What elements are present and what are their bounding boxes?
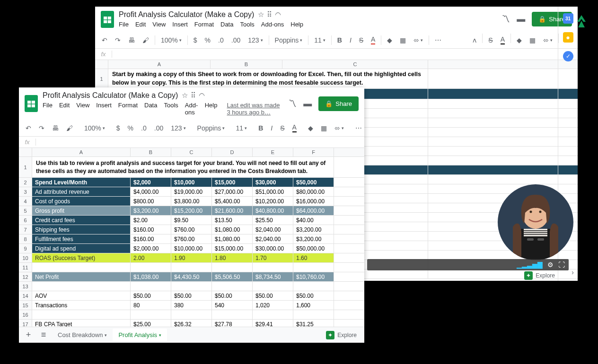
data-cell[interactable]: [212, 310, 253, 319]
collapse-icon[interactable]: ʌ: [470, 34, 479, 46]
col-header-c[interactable]: C: [282, 60, 428, 69]
last-edit-link[interactable]: Last edit was made 3 hours ago b…: [227, 102, 283, 116]
menu-data[interactable]: Data: [220, 21, 233, 28]
sheet-tab[interactable]: Cost Breakdown▾: [52, 329, 113, 341]
bold-icon[interactable]: B: [334, 35, 345, 46]
menu-format[interactable]: Format: [194, 21, 214, 28]
data-cell[interactable]: $3,800.00: [171, 197, 212, 206]
menu-tools[interactable]: Tools: [240, 21, 254, 28]
font-size-select[interactable]: 11: [233, 122, 250, 134]
merge-icon[interactable]: ⬄: [411, 35, 426, 46]
font-select[interactable]: Poppins: [272, 35, 306, 46]
data-cell[interactable]: $160.00: [131, 234, 171, 243]
document-title[interactable]: Profit Analysis Calculator (Make a Copy): [43, 91, 178, 100]
print-icon[interactable]: 🖶: [49, 122, 62, 134]
row-label-cell[interactable]: ROAS (Success Target): [32, 253, 131, 262]
paint-format-icon[interactable]: 🖌: [140, 35, 152, 46]
paint-format-icon[interactable]: 🖌: [63, 122, 76, 134]
row-label-cell[interactable]: Ad attributed revenue: [32, 187, 131, 196]
borders-icon-2[interactable]: ▦: [527, 34, 538, 46]
strikethrough-icon[interactable]: S: [356, 35, 366, 46]
more-icon[interactable]: ⋯: [352, 122, 365, 134]
move-icon[interactable]: ⠿: [191, 91, 196, 100]
row-label-cell[interactable]: Digital ad spend: [32, 244, 131, 253]
data-cell[interactable]: $10,760.00: [293, 272, 334, 281]
all-sheets-icon[interactable]: ≡: [37, 330, 50, 340]
data-cell[interactable]: $1,038.00: [131, 272, 171, 281]
zoom-select[interactable]: 100%: [158, 35, 185, 46]
signal-icon[interactable]: ▁▂▃▅▇: [517, 261, 543, 269]
activity-icon[interactable]: 〽: [501, 14, 510, 24]
data-cell[interactable]: [131, 282, 171, 291]
row-number[interactable]: 1: [95, 69, 108, 88]
data-cell[interactable]: $50.00: [212, 291, 253, 300]
data-cell[interactable]: $160.00: [131, 225, 171, 234]
star-icon[interactable]: ☆: [182, 91, 188, 100]
text-color-icon[interactable]: A: [368, 34, 378, 46]
fill-color-icon[interactable]: ◆: [305, 122, 316, 134]
decrease-decimal-icon[interactable]: .0: [138, 122, 150, 134]
font-select[interactable]: Poppins: [194, 122, 228, 134]
menu-insert[interactable]: Insert: [172, 21, 188, 28]
data-cell[interactable]: 1.90: [171, 253, 212, 262]
row-number[interactable]: 14: [19, 291, 32, 300]
row-number[interactable]: 9: [19, 244, 32, 253]
menu-file[interactable]: File: [119, 21, 129, 28]
row-label-cell[interactable]: Fulfillment fees: [32, 234, 131, 243]
row-number[interactable]: 2: [19, 178, 32, 187]
row-number[interactable]: 16: [19, 310, 32, 319]
zoom-select[interactable]: 100%: [81, 122, 108, 134]
merge-icon[interactable]: ⬄: [332, 122, 347, 134]
data-cell[interactable]: $27,000.00: [212, 187, 253, 196]
borders-icon[interactable]: ▦: [318, 122, 330, 134]
row-label-cell[interactable]: AOV: [32, 291, 131, 300]
sheets-logo-icon[interactable]: [101, 11, 114, 28]
row-number[interactable]: 12: [19, 272, 32, 281]
data-cell[interactable]: [293, 282, 334, 291]
keep-icon[interactable]: ●: [563, 32, 573, 43]
data-cell[interactable]: $2,040.00: [253, 225, 293, 234]
cloud-icon[interactable]: ◠: [199, 91, 205, 100]
format-number-select[interactable]: 123: [168, 122, 188, 134]
menu-file[interactable]: File: [43, 102, 53, 116]
merge-icon-2[interactable]: ⬄: [540, 34, 555, 46]
data-cell[interactable]: 2.00: [131, 253, 171, 262]
data-cell[interactable]: $760.00: [171, 234, 212, 243]
comments-icon[interactable]: ▬: [517, 14, 525, 24]
share-button[interactable]: 🔒Share: [318, 96, 359, 111]
cloud-icon[interactable]: ◠: [275, 10, 281, 19]
instruction-cell[interactable]: Start by making a copy of this Sheet to …: [108, 69, 428, 88]
data-cell[interactable]: $50.00: [131, 291, 171, 300]
data-cell[interactable]: $5,506.50: [212, 272, 253, 281]
col-header-f[interactable]: F: [293, 148, 334, 156]
tasks-icon[interactable]: ✓: [563, 51, 573, 61]
data-cell[interactable]: $3,200.00: [131, 206, 171, 215]
data-cell[interactable]: $50,000.00: [293, 244, 334, 253]
menu-help[interactable]: Help: [205, 102, 218, 116]
data-cell[interactable]: $30,000.00: [253, 244, 293, 253]
data-cell[interactable]: $5,400.00: [212, 197, 253, 206]
data-cell[interactable]: $19,000.00: [171, 187, 212, 196]
chevron-down-icon[interactable]: ▾: [105, 333, 107, 338]
fill-color-icon[interactable]: ◆: [384, 35, 395, 46]
bold-icon[interactable]: B: [255, 122, 266, 134]
menu-format[interactable]: Format: [118, 102, 138, 116]
data-cell[interactable]: [171, 263, 212, 272]
data-cell[interactable]: 1,600: [293, 301, 334, 310]
data-cell[interactable]: $2,000.00: [131, 244, 171, 253]
row-number[interactable]: 1: [19, 157, 32, 177]
data-cell[interactable]: 1.80: [212, 253, 253, 262]
data-cell[interactable]: $760.00: [171, 225, 212, 234]
percent-icon[interactable]: %: [202, 35, 213, 46]
row-label-cell[interactable]: Credit card fees: [32, 216, 131, 225]
more-icon[interactable]: ⋯: [432, 35, 444, 46]
row-label-cell[interactable]: [32, 310, 131, 319]
data-cell[interactable]: [131, 310, 171, 319]
data-cell[interactable]: [212, 263, 253, 272]
row-number[interactable]: 15: [19, 301, 32, 310]
row-label-cell[interactable]: Net Profit: [32, 272, 131, 281]
data-cell[interactable]: 540: [212, 301, 253, 310]
text-color-icon[interactable]: A: [290, 121, 299, 134]
row-label-cell[interactable]: [32, 282, 131, 291]
explore-button[interactable]: ✦Explore: [524, 271, 555, 280]
